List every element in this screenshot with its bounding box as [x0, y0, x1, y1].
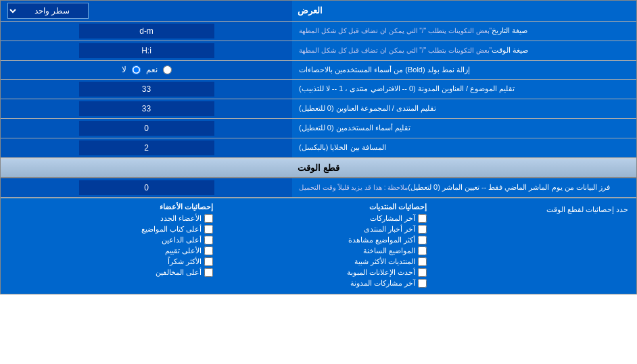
checkbox-hot-topics-label: المواضيع الساخنة [363, 246, 415, 255]
time-format-field[interactable] [79, 43, 214, 58]
checkbox-most-viewed[interactable]: أكثر المواضيع مشاهدة [221, 236, 427, 244]
checkbox-forum-news-label: آخر أخبار المنتدى [364, 225, 415, 234]
checkbox-classified-ads-input[interactable] [418, 268, 427, 277]
row-cell-spacing: المسافة بين الخلايا (بالبكسل) [1, 138, 636, 158]
checkbox-new-members-input[interactable] [204, 214, 213, 223]
label-forum-trim: تقليم المنتدى / المجموعة العناوين (0 للت… [292, 99, 636, 118]
bold-radio-group[interactable]: نعم لا [122, 65, 172, 74]
checkbox-blog-posts-input[interactable] [418, 279, 427, 288]
checkbox-hot-topics[interactable]: المواضيع الساخنة [221, 246, 427, 255]
checkbox-top-inviters-label: أعلى الداعين [162, 236, 202, 244]
bold-no-label: لا [122, 65, 126, 74]
col2-title: إحصائيات الأعضاء [7, 203, 213, 211]
input-time-format[interactable] [1, 41, 292, 60]
row-bold: إزالة نمط بولد (Bold) من أسماء المستخدمي… [1, 61, 636, 80]
checkbox-top-violations-input[interactable] [204, 268, 213, 277]
label-display: العرض [292, 1, 636, 21]
checkbox-most-viewed-label: أكثر المواضيع مشاهدة [348, 236, 415, 244]
checkbox-blog-posts-label: آخر مشاركات المدونة [350, 279, 415, 288]
row-cutoff: فرز البيانات من يوم الماشر الماضي فقط --… [1, 178, 636, 198]
label-cell-spacing: المسافة بين الخلايا (بالبكسل) [292, 138, 636, 157]
label-username-trim: تقليم أسماء المستخدمين (0 للتعطيل) [292, 119, 636, 138]
input-cell-spacing[interactable] [1, 138, 292, 157]
forum-trim-field[interactable] [79, 101, 214, 116]
checkbox-top-rated-input[interactable] [204, 246, 213, 255]
checkbox-top-violations-label: أعلى المخالفين [156, 268, 202, 277]
date-format-field[interactable] [79, 24, 214, 38]
checkbox-latest-posts[interactable]: آخر المشاركات [221, 214, 427, 223]
input-bold[interactable]: نعم لا [1, 61, 292, 79]
label-time-format: صيغة الوقت "بعض التكوينات يتطلب "/" التي… [292, 41, 636, 60]
checkbox-top-inviters[interactable]: أعلى الداعين [7, 236, 213, 244]
checkbox-new-members-label: الأعضاء الجدد [160, 214, 202, 223]
checkbox-forum-news[interactable]: آخر أخبار المنتدى [221, 225, 427, 234]
checkbox-top-rated-label: الأعلى تقييم [165, 246, 202, 255]
checkbox-most-thanks-input[interactable] [204, 257, 213, 266]
input-forum-trim[interactable] [1, 99, 292, 118]
checkbox-top-writers[interactable]: أعلى كتاب المواضيع [7, 225, 213, 234]
input-display[interactable]: سطر واحد سطرين ثلاثة أسطر [1, 1, 292, 21]
checkbox-top-inviters-input[interactable] [204, 236, 213, 244]
label-date-format: صيغة التاريخ "بعض التكوينات يتطلب "/" ال… [292, 22, 636, 41]
checkbox-new-members[interactable]: الأعضاء الجدد [7, 214, 213, 223]
checkbox-hot-topics-input[interactable] [418, 246, 427, 255]
bold-yes-radio[interactable] [163, 66, 172, 74]
topic-trim-field[interactable] [79, 82, 214, 97]
label-topic-trim: تقليم الموضوع / العناوين المدونة (0 -- ا… [292, 80, 636, 99]
input-date-format[interactable] [1, 22, 292, 41]
cutoff-field[interactable] [79, 180, 214, 195]
bold-no-radio[interactable] [132, 66, 141, 74]
checkbox-blog-posts[interactable]: آخر مشاركات المدونة [221, 279, 427, 288]
cell-spacing-field[interactable] [79, 140, 214, 155]
checkbox-top-rated[interactable]: الأعلى تقييم [7, 246, 213, 255]
label-cutoff: فرز البيانات من يوم الماشر الماضي فقط --… [292, 178, 636, 197]
display-select[interactable]: سطر واحد سطرين ثلاثة أسطر [7, 3, 89, 19]
checkbox-latest-posts-label: آخر المشاركات [370, 214, 415, 223]
checkbox-most-thanks-label: الأكثر شكراً [168, 257, 202, 266]
checkbox-latest-posts-input[interactable] [418, 214, 427, 223]
row-time-format: صيغة الوقت "بعض التكوينات يتطلب "/" التي… [1, 41, 636, 61]
row-display: العرض سطر واحد سطرين ثلاثة أسطر [1, 1, 636, 22]
section-cutoff-title: قطع الوقت [298, 163, 339, 173]
row-forum-trim: تقليم المنتدى / المجموعة العناوين (0 للت… [1, 99, 636, 119]
checkboxes-col2: إحصائيات الأعضاء الأعضاء الجدد أعلى كتاب… [3, 203, 217, 290]
checkbox-most-thanks[interactable]: الأكثر شكراً [7, 257, 213, 266]
checkbox-top-violations[interactable]: أعلى المخالفين [7, 268, 213, 277]
bold-yes-label: نعم [146, 65, 158, 74]
checkbox-classified-ads[interactable]: أحدث الإعلانات المبوبة [221, 268, 427, 277]
checkbox-forum-news-input[interactable] [418, 225, 427, 234]
checkbox-most-viewed-input[interactable] [418, 236, 427, 244]
checkbox-similar-forums-label: المنتديات الأكثر شبية [354, 257, 415, 266]
row-username-trim: تقليم أسماء المستخدمين (0 للتعطيل) [1, 119, 636, 138]
label-bold: إزالة نمط بولد (Bold) من أسماء المستخدمي… [292, 61, 636, 79]
username-trim-field[interactable] [79, 121, 214, 136]
section-cutoff-header: قطع الوقت [1, 158, 636, 178]
checkbox-similar-forums[interactable]: المنتديات الأكثر شبية [221, 257, 427, 266]
checkbox-top-writers-input[interactable] [204, 225, 213, 234]
row-date-format: صيغة التاريخ "بعض التكوينات يتطلب "/" ال… [1, 22, 636, 41]
checkboxes-col1: إحصائيات المنتديات آخر المشاركات آخر أخب… [217, 203, 431, 290]
checkbox-top-writers-label: أعلى كتاب المواضيع [141, 225, 202, 234]
checkboxes-section-title: حدد إحصائيات لقطع الوقت [431, 203, 634, 290]
col1-title: إحصائيات المنتديات [221, 203, 427, 211]
input-username-trim[interactable] [1, 119, 292, 138]
input-cutoff[interactable] [1, 178, 292, 197]
row-topic-trim: تقليم الموضوع / العناوين المدونة (0 -- ا… [1, 80, 636, 99]
checkboxes-container: حدد إحصائيات لقطع الوقت إحصائيات المنتدي… [1, 198, 636, 294]
checkbox-similar-forums-input[interactable] [418, 257, 427, 266]
checkbox-classified-ads-label: أحدث الإعلانات المبوبة [347, 268, 415, 277]
input-topic-trim[interactable] [1, 80, 292, 99]
